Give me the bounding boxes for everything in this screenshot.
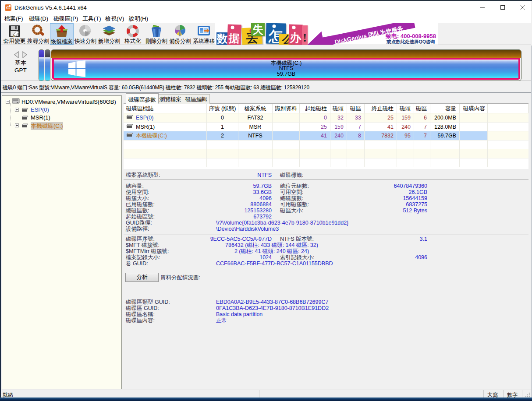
diskmap-partition-msr[interactable] [45,49,50,81]
detail-line: 檔案系統類型: NTFS 磁碟標籤: [124,172,528,178]
analyze-button[interactable]: 分析 [125,273,159,282]
cell-empty [207,158,238,168]
cell-empty [460,149,488,158]
toolbar-delete-partition-label: 刪除分割 [145,38,168,45]
partition-icon [126,113,133,122]
toolbar-format[interactable]: 格式化 [121,23,145,45]
cell-end-sec: 6 [414,113,430,123]
app-logo-icon: G [5,4,11,11]
toolbar-apply-changes[interactable]: 套用變更 [3,23,26,45]
col-header[interactable]: 終止磁柱 [365,104,397,113]
menu-disk[interactable]: 磁碟(D) [27,14,50,23]
cell-empty [300,149,330,158]
cell-empty [365,149,397,158]
detail-value: CCF66BAC-F5BF-477D-BC57-C1A01155DBBD [216,260,333,267]
menu-tools[interactable]: 工具(T) [81,14,103,23]
maximize-button[interactable] [493,1,513,14]
table-row-c-selected[interactable]: 本機磁碟(C:) 2 NTFS 41 240 8 7832 95 7 59.7G… [124,131,528,141]
toolbar-backup-partition[interactable]: 備份分割 [168,23,192,45]
cell-empty [430,158,460,168]
col-header[interactable]: 磁頭 [397,104,414,113]
tag-char: ! [302,32,308,44]
menu-partition[interactable]: 磁碟區(P) [52,14,80,23]
detail-value: \\?\Volume{0fa1c3ba-d623-4e7b-9180-8710b… [216,220,348,226]
menu-help[interactable]: 說明(H) [127,14,150,23]
cell-empty [347,141,365,150]
table-empty-row [124,149,528,158]
cell-ident [273,113,300,123]
col-header[interactable]: 容量 [430,104,460,113]
disk-mode-basic: 基本 [11,59,31,67]
cell-start-cyl: 41 [300,131,330,141]
resize-grip[interactable] [525,392,530,397]
tag-char: 数 [216,33,228,44]
cell-seq: 2 [207,131,238,141]
partition-icon [126,123,133,131]
detail-value: 1024 [124,254,272,260]
expand-icon[interactable] [15,108,19,112]
cell-content [460,131,488,141]
tree-connector [10,118,21,118]
ad-qq-link[interactable]: 或点击此处选择QQ咨询 [387,39,435,45]
partition-body [39,57,44,81]
ad-tag: ! [302,25,308,45]
cell-empty [207,141,238,150]
toolbar-system-migration-label: 系統遷移 [192,38,216,45]
collapse-icon[interactable] [6,100,10,104]
col-header[interactable]: 起始磁柱 [300,104,330,113]
detail-line: $MFT 磁簇號: 786432 (磁柱: 433 磁頭: 144 磁區: 32… [124,242,528,248]
col-header[interactable]: 磁區 [414,104,430,113]
tab-partition-params[interactable]: 磁碟區參數 [126,93,159,104]
ad-banner[interactable]: 数 据 丢 失 怎 么 办 ! DiskGenius 团队为您服务 致电: 40… [215,23,438,45]
col-header[interactable]: 識別資料 [273,104,300,113]
toolbar-new-partition[interactable]: 新增分割 [97,23,121,45]
table-empty-row [124,158,528,168]
tag-char: 据 [227,32,241,44]
plus-icon [17,124,17,127]
partition-icon [21,115,28,121]
toolbar-search-partition[interactable]: 搜尋分割 [26,23,50,45]
toolbar-delete-partition[interactable]: 刪除分割 [145,23,168,45]
detail-value: 2 (磁柱: 41 磁頭: 240 磁區: 24) [124,248,420,254]
detail-value: 3.1 [279,236,427,242]
cell-empty [397,141,414,150]
table-row-esp[interactable]: ESP(0) 0 FAT32 0 32 33 25 159 6 200.0MB [124,113,528,123]
menu-file[interactable]: 檔案(F) [3,14,25,23]
partition-type-cap [45,50,50,57]
ad-tag: 失 [251,23,265,36]
cell-empty [347,149,365,158]
detail-line: 磁碟區序號: 9ECC-5AC5-CC5A-977D NTFS 版本號: 3.1 [124,236,528,242]
tab-browse-files[interactable]: 瀏覽檔案 [157,94,184,104]
diskmap-partition-c[interactable]: 本機磁碟(C:) NTFS 59.7GB [51,49,521,81]
toolbar-system-migration[interactable]: 系統遷移 [192,23,216,45]
detail-line: 設備路徑: \Device\HarddiskVolume3 [124,226,528,232]
disk-nav-arrows[interactable] [13,51,28,58]
detail-label: 磁碟區內容: [126,317,155,324]
menu-view[interactable]: 檢視(V) [103,14,126,23]
col-header[interactable]: 磁碟內容 [460,104,488,113]
cell-empty [124,141,207,150]
cell-empty [460,141,488,150]
cell-empty [365,158,397,168]
expand-icon[interactable] [15,123,19,127]
detail-value: 125153280 [124,208,272,214]
details-separator [124,269,528,269]
tag-char: 办 [288,32,302,43]
toolbar-quick-partition[interactable]: 快速分割 [74,23,97,45]
toolbar-recover-files[interactable]: 恢復檔案 [50,23,74,45]
minimize-button[interactable] [472,1,493,14]
cell-empty [273,149,300,158]
close-button[interactable] [513,1,532,14]
partition-body [45,57,50,81]
col-header[interactable]: 磁區 [347,104,365,113]
tab-sector-edit[interactable]: 磁區編輯 [183,94,210,104]
cell-filler [488,123,528,132]
minus-icon [7,102,9,102]
col-header[interactable]: 檔案系統 [238,104,273,113]
cell-empty [330,141,347,150]
diskmap-partition-esp[interactable] [39,49,44,81]
col-header[interactable]: 磁頭 [330,104,347,113]
col-header[interactable]: 磁碟區標誌 [124,104,207,113]
table-row-msr[interactable]: MSR(1) 1 MSR 25 159 7 41 240 7 128.0MB [124,123,528,132]
col-header[interactable]: 序號 (狀態) [207,104,238,113]
